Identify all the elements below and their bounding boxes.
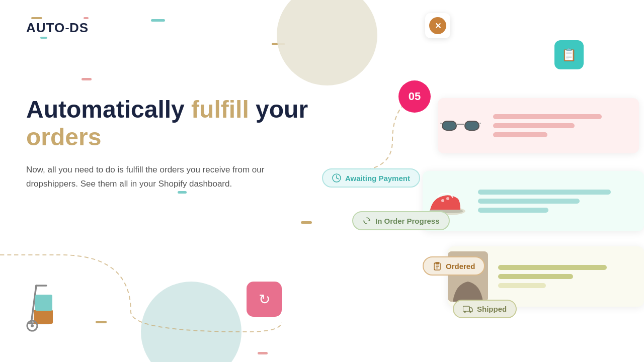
card-line: [478, 199, 580, 204]
x-icon-badge: ✕: [425, 13, 450, 38]
sunglasses-image: [438, 106, 483, 146]
deco-bar-2: [82, 78, 92, 80]
status-in-order-progress: In Order Progress: [352, 211, 450, 230]
card-line: [493, 132, 547, 137]
svg-point-24: [469, 311, 471, 313]
card-line: [478, 190, 611, 195]
svg-point-8: [441, 199, 444, 202]
svg-point-9: [446, 197, 449, 200]
step-badge: 05: [398, 80, 431, 113]
status-shipped: Shipped: [453, 300, 517, 318]
deco-bar-4: [301, 221, 312, 224]
status-ordered: Ordered: [423, 256, 485, 276]
clock-icon: [332, 173, 341, 183]
svg-marker-15: [368, 219, 370, 221]
hero-title-plain: Automatically: [26, 96, 191, 123]
clipboard-ordered-icon: [433, 261, 442, 270]
clipboard-icon: 📋: [561, 48, 577, 62]
logo-accent-bar-pink: [84, 17, 89, 19]
card-2-lines: [468, 182, 644, 221]
deco-circle-top: [277, 0, 377, 85]
cart-illustration: [16, 276, 82, 343]
logo: AUTO - DS: [26, 20, 89, 36]
deco-bar-1: [151, 19, 165, 22]
card-line: [478, 208, 548, 213]
svg-marker-16: [364, 221, 365, 222]
svg-rect-5: [443, 122, 456, 130]
deco-bar-5: [178, 191, 187, 194]
step-number: 05: [409, 90, 421, 103]
svg-point-31: [31, 324, 34, 327]
status-awaiting-payment: Awaiting Payment: [322, 168, 420, 188]
product-card-shoe: [423, 171, 644, 231]
svg-rect-6: [465, 122, 478, 130]
shipped-label: Shipped: [477, 305, 507, 313]
hero-title-orders: orders: [26, 124, 101, 150]
card-line: [498, 283, 546, 288]
ordered-label: Ordered: [446, 262, 475, 270]
dolly-cart-svg: [16, 276, 82, 341]
svg-rect-22: [463, 306, 469, 311]
card-line: [493, 123, 575, 128]
refresh-icon: [362, 216, 371, 225]
deco-circle-bottom: [141, 282, 242, 362]
svg-point-23: [464, 311, 466, 313]
logo-accent-bar-teal: [40, 37, 47, 39]
svg-rect-28: [34, 310, 53, 324]
hero-title-highlight: fulfill: [191, 96, 249, 123]
logo-auto-text: AUTO: [26, 20, 65, 35]
product-card-person: [448, 246, 644, 307]
in-order-progress-label: In Order Progress: [375, 217, 440, 225]
deco-bar-6: [96, 321, 107, 323]
awaiting-payment-label: Awaiting Payment: [345, 174, 410, 183]
sync-icon: ↻: [259, 291, 270, 308]
card-line: [493, 114, 602, 119]
x-icon: ✕: [429, 17, 446, 34]
truck-icon: [463, 305, 473, 313]
clipboard-icon-badge: 📋: [554, 40, 584, 69]
logo-ds-text: DS: [69, 20, 89, 35]
sync-icon-badge: ↻: [247, 282, 282, 317]
hero-title: Automatically fulfill your orders: [26, 96, 318, 151]
product-card-sunglasses: [438, 98, 639, 153]
hero-title-end: your: [249, 96, 308, 123]
hero-subtitle: Now, all you need to do is fulfill the o…: [26, 163, 268, 191]
svg-line-14: [337, 178, 339, 179]
card-line: [498, 274, 573, 279]
card-3-lines: [488, 257, 644, 296]
card-line: [498, 265, 607, 270]
logo-dash: -: [65, 20, 69, 36]
card-1-lines: [483, 106, 639, 145]
logo-accent-bar-orange: [31, 17, 42, 19]
svg-rect-29: [35, 295, 52, 311]
hero-section: Automatically fulfill your orders Now, a…: [26, 96, 318, 191]
deco-bar-7: [258, 352, 268, 354]
